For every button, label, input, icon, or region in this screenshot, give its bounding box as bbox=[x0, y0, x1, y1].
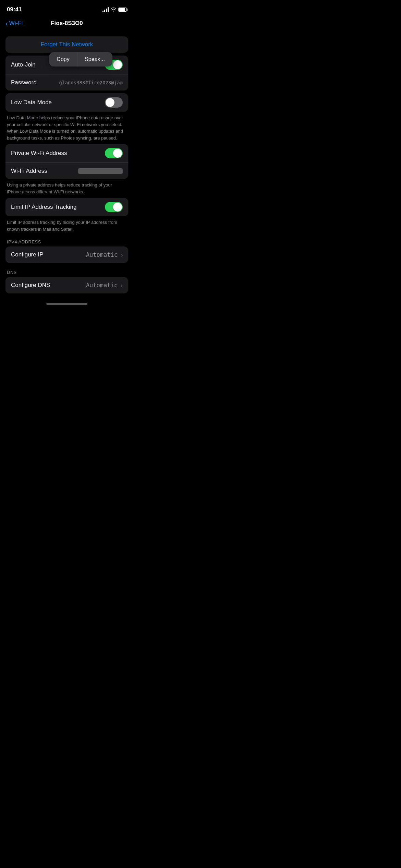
low-data-toggle[interactable] bbox=[105, 97, 123, 108]
toggle-thumb-limit-ip bbox=[113, 203, 122, 212]
dns-label: DNS bbox=[5, 270, 128, 275]
toggle-thumb bbox=[113, 60, 122, 69]
copy-menu-item[interactable]: Copy bbox=[49, 52, 77, 67]
password-label: Password bbox=[11, 79, 37, 86]
limit-ip-description: Limit IP address tracking by hiding your… bbox=[5, 216, 128, 232]
forget-network-label: Forget This Network bbox=[41, 41, 93, 48]
private-wifi-toggle[interactable] bbox=[105, 148, 123, 158]
configure-dns-value-group: Automatic › bbox=[86, 282, 123, 289]
configure-ip-row[interactable]: Configure IP Automatic › bbox=[5, 246, 128, 263]
limit-ip-row: Limit IP Address Tracking bbox=[5, 198, 128, 216]
forget-network-card: Forget This Network bbox=[5, 36, 128, 53]
wifi-address-label: Wi-Fi Address bbox=[11, 168, 47, 174]
page-title: Fios-8S3O0 bbox=[51, 20, 83, 27]
wifi-address-value bbox=[78, 168, 123, 174]
home-indicator-area bbox=[0, 296, 134, 308]
configure-ip-value: Automatic bbox=[86, 251, 118, 258]
configure-ip-card: Configure IP Automatic › bbox=[5, 246, 128, 263]
toggle-thumb-low-data bbox=[106, 98, 114, 107]
password-row: Password glands383#fire2023@jam bbox=[5, 74, 128, 91]
auto-join-label: Auto-Join bbox=[11, 61, 36, 68]
private-wifi-section: Private Wi-Fi Address Wi-Fi Address Usin… bbox=[5, 144, 128, 195]
low-data-row: Low Data Mode bbox=[5, 93, 128, 112]
private-wifi-description: Using a private address helps reduce tra… bbox=[5, 179, 128, 195]
low-data-card: Low Data Mode bbox=[5, 93, 128, 112]
back-label: Wi-Fi bbox=[9, 20, 23, 27]
private-wifi-label: Private Wi-Fi Address bbox=[11, 150, 67, 157]
wifi-icon bbox=[111, 8, 116, 12]
private-wifi-row: Private Wi-Fi Address bbox=[5, 144, 128, 162]
status-time: 09:41 bbox=[7, 6, 22, 13]
toggle-thumb-private bbox=[113, 149, 122, 158]
battery-icon bbox=[118, 8, 127, 12]
auto-join-section: Copy Speak... Auto-Join Password glands3… bbox=[5, 56, 128, 91]
low-data-description: Low Data Mode helps reduce your iPhone d… bbox=[5, 112, 128, 141]
low-data-label: Low Data Mode bbox=[11, 99, 52, 106]
home-indicator bbox=[46, 303, 87, 305]
back-button[interactable]: ‹ Wi-Fi bbox=[5, 20, 23, 27]
password-value: glands383#fire2023@jam bbox=[59, 80, 123, 85]
chevron-right-dns-icon: › bbox=[121, 282, 123, 288]
private-wifi-card: Private Wi-Fi Address Wi-Fi Address bbox=[5, 144, 128, 179]
context-menu: Copy Speak... bbox=[49, 52, 112, 67]
auto-join-card: Copy Speak... Auto-Join Password glands3… bbox=[5, 56, 128, 91]
status-icons bbox=[102, 7, 127, 12]
chevron-right-icon: › bbox=[121, 252, 123, 258]
chevron-left-icon: ‹ bbox=[5, 20, 8, 27]
low-data-section: Low Data Mode Low Data Mode helps reduce… bbox=[5, 93, 128, 141]
wifi-address-row: Wi-Fi Address bbox=[5, 162, 128, 179]
auto-join-row: Copy Speak... Auto-Join bbox=[5, 56, 128, 74]
speak-menu-item[interactable]: Speak... bbox=[77, 52, 112, 67]
signal-icon bbox=[102, 7, 109, 12]
ipv4-label: IPV4 ADDRESS bbox=[5, 239, 128, 244]
limit-ip-label: Limit IP Address Tracking bbox=[11, 204, 77, 210]
dns-section: DNS Configure DNS Automatic › bbox=[5, 270, 128, 293]
limit-ip-card: Limit IP Address Tracking bbox=[5, 198, 128, 216]
settings-content: Forget This Network Copy Speak... Auto-J… bbox=[0, 36, 134, 322]
limit-ip-toggle[interactable] bbox=[105, 202, 123, 212]
configure-ip-value-group: Automatic › bbox=[86, 251, 123, 258]
configure-dns-row[interactable]: Configure DNS Automatic › bbox=[5, 277, 128, 293]
ipv4-section: IPV4 ADDRESS Configure IP Automatic › bbox=[5, 239, 128, 263]
nav-bar: ‹ Wi-Fi Fios-8S3O0 bbox=[0, 17, 134, 31]
limit-ip-section: Limit IP Address Tracking Limit IP addre… bbox=[5, 198, 128, 232]
configure-dns-value: Automatic bbox=[86, 282, 118, 289]
configure-ip-label: Configure IP bbox=[11, 251, 44, 258]
configure-dns-label: Configure DNS bbox=[11, 282, 50, 289]
forget-network-section: Forget This Network bbox=[5, 36, 128, 53]
status-bar: 09:41 bbox=[0, 0, 134, 17]
configure-dns-card: Configure DNS Automatic › bbox=[5, 277, 128, 293]
forget-network-button[interactable]: Forget This Network bbox=[5, 36, 128, 53]
